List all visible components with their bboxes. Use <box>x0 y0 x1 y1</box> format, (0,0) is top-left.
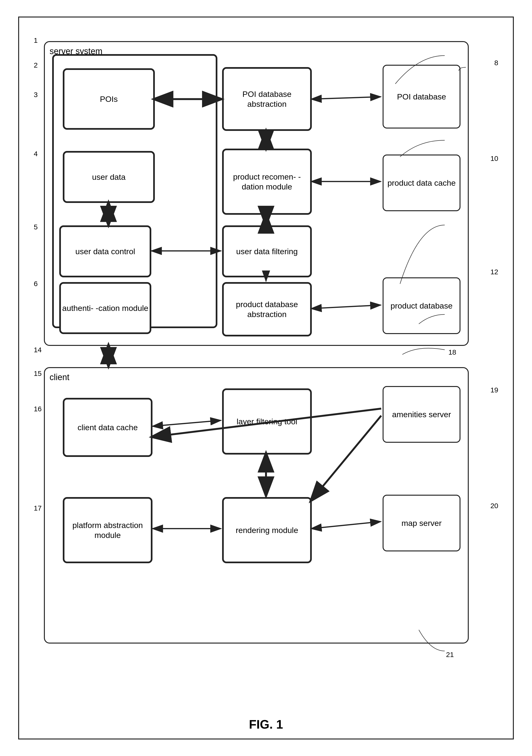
poi-db-abstraction-box: POI database abstraction <box>222 67 312 131</box>
ref-10: 10 <box>491 154 498 163</box>
ref-1: 1 <box>34 36 38 44</box>
fig-label: FIG. 1 <box>249 717 283 731</box>
platform-abstraction-box: platform abstraction module <box>63 497 152 563</box>
ref-2: 2 <box>34 61 38 69</box>
layer-filtering-tool-box: layer filtering tool <box>222 389 312 454</box>
ref-15: 15 <box>34 369 41 378</box>
product-recommendation-box: product recomen- -dation module <box>222 148 312 215</box>
product-data-cache-box: product data cache <box>383 154 461 211</box>
user-data-filtering-box: user data filtering <box>222 225 312 277</box>
ref-5: 5 <box>34 223 38 231</box>
auth-module-box: authenti- -cation module <box>59 282 151 334</box>
rendering-module-box: rendering module <box>222 497 312 563</box>
product-database-box: product database <box>383 277 461 334</box>
user-data-control-box: user data control <box>59 225 151 277</box>
ref-17: 17 <box>34 504 41 512</box>
ref-16: 16 <box>34 405 41 413</box>
ref-8: 8 <box>494 59 498 67</box>
ref-12: 12 <box>491 268 498 276</box>
poi-database-box: POI database <box>383 65 461 128</box>
page: 1 2 3 4 5 6 7 8 9 10 11 12 13 14 15 16 1… <box>18 16 514 740</box>
client-label: client <box>50 372 69 383</box>
ref-3: 3 <box>34 91 38 99</box>
ref-18: 18 <box>448 348 456 356</box>
ref-4: 4 <box>34 150 38 158</box>
ref-6: 6 <box>34 280 38 288</box>
ref-20: 20 <box>491 502 498 510</box>
map-server-box: map server <box>383 495 461 552</box>
pois-box: POIs <box>63 68 155 130</box>
amenities-server-box: amenities server <box>383 386 461 443</box>
ref-14: 14 <box>34 346 41 354</box>
ref-19: 19 <box>491 386 498 394</box>
ref-21: 21 <box>446 651 454 659</box>
user-data-box: user data <box>63 151 155 203</box>
product-db-abstraction-box: product database abstraction <box>222 282 312 337</box>
client-data-cache-box: client data cache <box>63 398 152 457</box>
